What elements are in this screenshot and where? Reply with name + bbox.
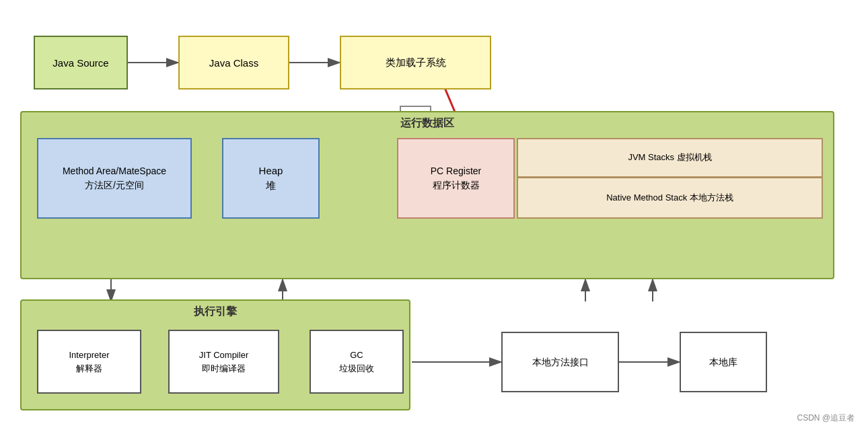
method-area-label: Method Area/MateSpace方法区/元空间 bbox=[63, 164, 166, 192]
pc-register-box: PC Register程序计数器 bbox=[397, 138, 515, 219]
java-source-box: Java Source bbox=[34, 36, 128, 89]
java-class-box: Java Class bbox=[178, 36, 289, 89]
jvm-stacks-label: JVM Stacks 虚拟机栈 bbox=[628, 151, 711, 164]
native-interface-label: 本地方法接口 bbox=[532, 355, 589, 369]
native-method-stack-box: Native Method Stack 本地方法栈 bbox=[517, 177, 823, 219]
native-lib-label: 本地库 bbox=[709, 355, 737, 369]
class-loader-box: 类加载子系统 bbox=[340, 36, 491, 89]
native-method-stack-label: Native Method Stack 本地方法栈 bbox=[606, 192, 733, 204]
jit-compiler-box: JIT Compiler即时编译器 bbox=[168, 330, 279, 394]
exec-label: 执行引擎 bbox=[22, 301, 409, 319]
class-loader-label: 类加载子系统 bbox=[386, 57, 446, 69]
diagram-container: Java Source Java Class 类加载子系统 运行数据区 Meth… bbox=[0, 0, 868, 432]
gc-label: GC垃圾回收 bbox=[339, 349, 374, 375]
interpreter-label: Interpreter解释器 bbox=[69, 349, 110, 375]
gc-box: GC垃圾回收 bbox=[310, 330, 404, 394]
java-source-label: Java Source bbox=[52, 57, 108, 69]
jvm-stacks-box: JVM Stacks 虚拟机栈 bbox=[517, 138, 823, 177]
pc-register-label: PC Register程序计数器 bbox=[431, 164, 481, 192]
heap-label: Heap堆 bbox=[259, 164, 283, 194]
method-area-box: Method Area/MateSpace方法区/元空间 bbox=[37, 138, 192, 219]
heap-box: Heap堆 bbox=[222, 138, 320, 219]
native-interface-box: 本地方法接口 bbox=[501, 332, 619, 392]
watermark: CSDN @追豆者 bbox=[797, 412, 855, 424]
jit-compiler-label: JIT Compiler即时编译器 bbox=[199, 349, 248, 375]
interpreter-box: Interpreter解释器 bbox=[37, 330, 141, 394]
native-lib-box: 本地库 bbox=[680, 332, 767, 392]
java-class-label: Java Class bbox=[209, 57, 258, 69]
runtime-label: 运行数据区 bbox=[22, 112, 833, 131]
